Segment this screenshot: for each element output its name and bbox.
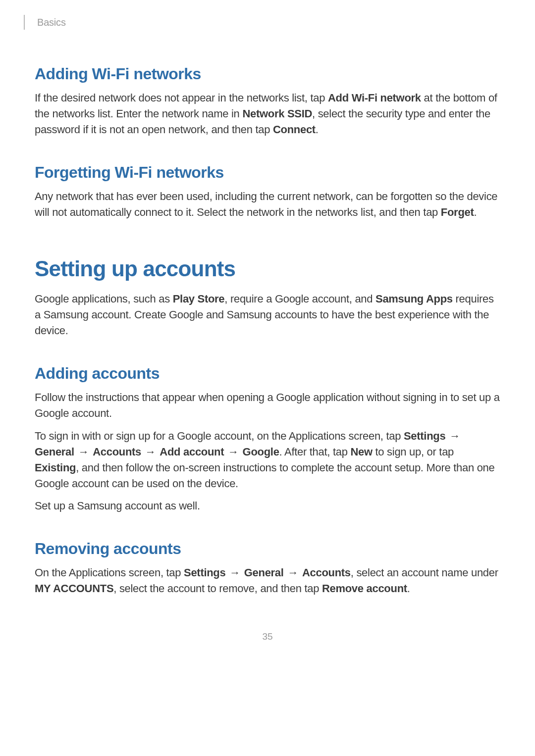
header-divider xyxy=(24,15,25,30)
text: to sign up, or tap xyxy=(373,446,454,458)
bold-general: General xyxy=(35,446,74,458)
bold-existing: Existing xyxy=(35,461,76,474)
page-content: Basics Adding Wi-Fi networks If the desi… xyxy=(0,0,535,597)
paragraph-adding-accounts-2: To sign in with or sign up for a Google … xyxy=(35,428,500,492)
bold-general: General xyxy=(244,566,284,579)
text: , and then follow the on-screen instruct… xyxy=(35,461,494,490)
bold-google: Google xyxy=(243,446,279,458)
bold-play-store: Play Store xyxy=(173,293,225,305)
text: On the Applications screen, tap xyxy=(35,566,184,579)
bold-remove-account: Remove account xyxy=(322,582,407,595)
paragraph-adding-accounts-3: Set up a Samsung account as well. xyxy=(35,498,500,514)
bold-new: New xyxy=(350,446,372,458)
text: To sign in with or sign up for a Google … xyxy=(35,430,404,442)
bold-my-accounts: MY ACCOUNTS xyxy=(35,582,113,595)
arrow-icon: → xyxy=(144,444,157,460)
text: . xyxy=(316,123,319,136)
heading-removing-accounts: Removing accounts xyxy=(35,540,500,558)
paragraph-adding-accounts-1: Follow the instructions that appear when… xyxy=(35,390,500,421)
text: If the desired network does not appear i… xyxy=(35,92,328,104)
arrow-icon: → xyxy=(228,565,241,581)
text: . xyxy=(407,582,410,595)
page-number: 35 xyxy=(0,631,535,642)
bold-settings: Settings xyxy=(404,430,445,442)
arrow-icon: → xyxy=(77,444,90,460)
heading-forgetting-wifi: Forgetting Wi-Fi networks xyxy=(35,163,500,182)
paragraph-setting-up: Google applications, such as Play Store,… xyxy=(35,291,500,339)
text: . After that, tap xyxy=(279,446,351,458)
bold-network-ssid: Network SSID xyxy=(242,107,312,120)
bold-accounts: Accounts xyxy=(93,446,141,458)
bold-add-wifi-network: Add Wi-Fi network xyxy=(328,92,421,104)
arrow-icon: → xyxy=(286,565,299,581)
text: Google applications, such as xyxy=(35,293,173,305)
bold-connect: Connect xyxy=(273,123,316,136)
breadcrumb: Basics xyxy=(37,17,500,28)
bold-settings: Settings xyxy=(184,566,225,579)
paragraph-forgetting-wifi: Any network that has ever been used, inc… xyxy=(35,189,500,220)
arrow-icon: → xyxy=(227,444,240,460)
bold-add-account: Add account xyxy=(160,446,224,458)
heading-adding-wifi: Adding Wi-Fi networks xyxy=(35,65,500,83)
bold-accounts: Accounts xyxy=(302,566,351,579)
text: . xyxy=(474,206,477,218)
paragraph-adding-wifi: If the desired network does not appear i… xyxy=(35,90,500,138)
text: , require a Google account, and xyxy=(224,293,375,305)
bold-forget: Forget xyxy=(441,206,474,218)
heading-adding-accounts: Adding accounts xyxy=(35,364,500,383)
arrow-icon: → xyxy=(448,428,461,444)
text: Any network that has ever been used, inc… xyxy=(35,190,497,218)
text: , select the account to remove, and then… xyxy=(113,582,322,595)
paragraph-removing-accounts: On the Applications screen, tap Settings… xyxy=(35,565,500,597)
heading-setting-up-accounts: Setting up accounts xyxy=(35,256,500,281)
text: , select an account name under xyxy=(351,566,498,579)
bold-samsung-apps: Samsung Apps xyxy=(375,293,453,305)
